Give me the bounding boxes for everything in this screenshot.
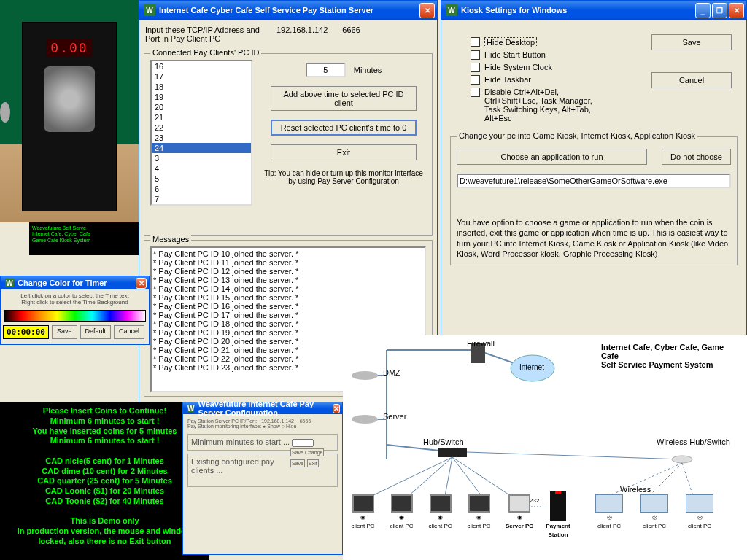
coin-line: CAD nicle(5 cent) for 1 Minutes [1,456,208,467]
exit-button[interactable]: Exit [271,144,417,160]
svg-line-20 [649,463,682,496]
coin-line: locked, also there is no Exit button [1,537,208,547]
client-item[interactable]: 6 [152,184,251,194]
app-icon: W [446,4,457,16]
hide-desktop-checkbox[interactable]: Hide Desktop [471,37,651,47]
port-label: 6666 [342,26,360,43]
minutes-label: Minutes [354,66,382,74]
client-item[interactable]: 23 [152,133,251,143]
kiosk-titlebar[interactable]: W Kiosk Settings for Windows _ ❐ ✕ [441,1,746,20]
reset-time-button[interactable]: Reset selected PC client's time to 0 [271,120,417,136]
disable-keys-checkbox[interactable]: Disable Ctrl+Alt+Del, Ctrl+Shift+Esc, Ta… [471,88,651,122]
message-item: * Pay Client PC ID 16 joined the server.… [153,302,423,311]
choose-app-button[interactable]: Choose an application to run [457,149,647,165]
add-time-button[interactable]: Add above time to selected PC ID client [271,86,417,111]
color-spectrum[interactable] [4,310,146,322]
message-item: * Pay Client PC ID 14 joined the server.… [153,284,423,293]
coin-line: Minimum 6 minutes to start ! [1,436,208,446]
exit-button[interactable]: Exit [307,459,319,467]
color-titlebar[interactable]: W Change Color for Timer ✕ [1,276,149,289]
coin-overlay: Please Insert Coins to Continue!Minimum … [0,402,209,560]
svg-line-14 [452,457,481,496]
led-display: 0.00 [46,39,92,57]
message-item: * Pay Client PC ID 17 joined the server.… [153,311,423,319]
app-icon: W [5,279,14,287]
save-button[interactable]: Save [651,34,732,50]
dont-choose-button[interactable]: Do not choose [662,149,731,165]
coin-line: You have inserted coins for 5 minutes [1,427,208,437]
instr-label: Input these TCP/IP Address and Port in P… [145,26,262,43]
client-item[interactable]: 19 [152,92,251,102]
coin-line [1,446,208,456]
client-item[interactable]: 22 [152,122,251,133]
coin-line: CAD dime (10 cent) for 2 Minutes [1,467,208,477]
kiosk-photo: 0.00 [0,0,139,222]
color-title: Change Color for Timer [18,279,107,287]
color-default-button[interactable]: Default [80,325,112,339]
close-icon[interactable]: ✕ [136,278,147,289]
app-path-input[interactable] [457,174,731,188]
clients-listbox[interactable]: 161718192021222324345678 [150,60,252,206]
message-item: * Pay Client PC ID 13 joined the server.… [153,276,423,284]
coin-slot [44,66,95,132]
client-item[interactable]: 24 [152,143,251,153]
maximize-icon[interactable]: ❐ [712,3,727,18]
svg-line-11 [372,457,452,496]
hide-taskbar-checkbox[interactable]: Hide Taskbar [471,75,651,85]
client-item[interactable]: 21 [152,112,251,122]
tip-label: Tip: You can hide or turn up this monito… [264,169,423,185]
close-icon[interactable]: ✕ [419,3,435,18]
hide-start-checkbox[interactable]: Hide Start Button [471,50,651,60]
timer-preview: 00:00:00 [3,325,49,339]
color-cancel-button[interactable]: Cancel [114,325,144,339]
client-item[interactable]: 7 [152,194,251,204]
close-icon[interactable]: ✕ [333,404,340,413]
clients-legend: Connected Pay Clients' PC ID [150,48,261,57]
config-titlebar[interactable]: W Weavefuture Internet Cafe Pay Server C… [183,402,342,414]
client-item[interactable]: 18 [152,82,251,92]
client-item[interactable]: 5 [152,174,251,184]
svg-point-8 [352,415,378,424]
server-title: Internet Cafe Cyber Cafe Self Service Pa… [159,6,374,15]
close-icon[interactable]: ✕ [729,3,744,18]
svg-line-17 [467,452,682,459]
client-item[interactable]: 16 [152,61,251,71]
coin-line: Minimum 6 minutes to start ! [1,416,208,427]
config-window: W Weavefuture Internet Cafe Pay Server C… [182,402,343,555]
min-start-input[interactable] [292,439,314,447]
app-icon: W [144,4,155,16]
coin-line: CAD Loonie ($1) for 20 Minutes [1,486,208,497]
client-item[interactable]: 4 [152,163,251,174]
client-item[interactable]: 3 [152,153,251,163]
color-save-button[interactable]: Save [52,325,77,339]
kiosk-title: Kiosk Settings for Windows [461,6,567,15]
message-item: * Pay Client PC ID 10 joined the server.… [153,249,423,258]
coin-line: CAD Toonie ($2) for 40 Minutes [1,497,208,507]
client-item[interactable]: 8 [152,204,251,206]
save-change-button[interactable]: Save Change [290,448,324,456]
client-item[interactable]: 20 [152,102,251,112]
svg-line-21 [682,463,693,496]
coin-line: Please Insert Coins to Continue! [1,406,208,416]
cancel-button[interactable]: Cancel [651,72,732,88]
svg-point-6 [352,371,378,380]
message-item: * Pay Client PC ID 15 joined the server.… [153,293,423,302]
coin-line [1,507,208,517]
client-item[interactable]: 17 [152,71,251,82]
svg-rect-10 [438,448,467,457]
hide-clock-checkbox[interactable]: Hide System Clock [471,63,651,72]
coin-line: CAD quarter (25 cent) for 5 Minutes [1,476,208,486]
save-button[interactable]: Save [290,459,305,467]
network-diagram: Internet Cafe, Cyber Cafe, Game CafeSelf… [343,335,747,560]
server-titlebar[interactable]: W Internet Cafe Cyber Cafe Self Service … [139,1,437,20]
change-legend: Change your pc into Game Kiosk, Internet… [457,131,697,140]
svg-point-18 [672,456,692,463]
minimize-icon[interactable]: _ [695,3,711,18]
ip-label: 192.168.1.142 [276,26,328,43]
message-item: * Pay Client PC ID 18 joined the server.… [153,319,423,328]
app-icon: W [187,405,194,412]
minutes-input[interactable] [306,63,346,77]
message-item: * Pay Client PC ID 12 joined the server.… [153,267,423,276]
message-item: * Pay Client PC ID 11 joined the server.… [153,258,423,267]
messages-legend: Messages [150,235,191,244]
